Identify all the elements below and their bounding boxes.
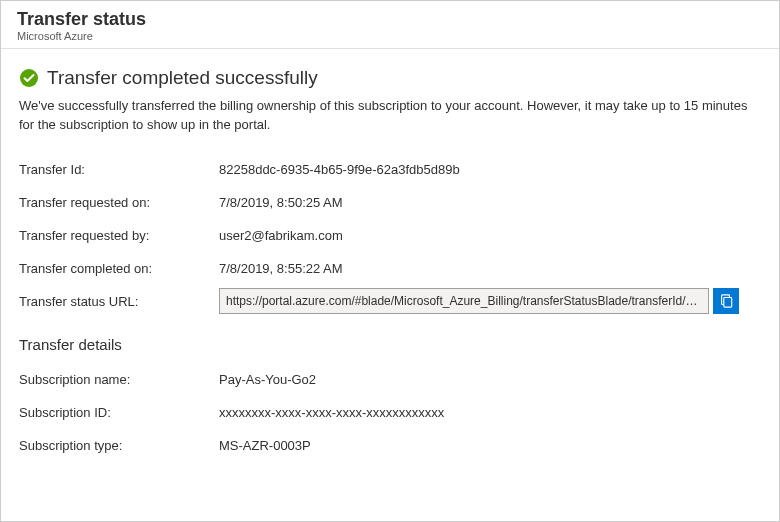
row-subscription-type: Subscription type: MS-AZR-0003P bbox=[19, 429, 761, 462]
blade-header: Transfer status Microsoft Azure bbox=[1, 1, 779, 49]
row-subscription-id: Subscription ID: xxxxxxxx-xxxx-xxxx-xxxx… bbox=[19, 396, 761, 429]
value-subscription-type: MS-AZR-0003P bbox=[219, 438, 761, 453]
label-subscription-name: Subscription name: bbox=[19, 372, 219, 387]
value-requested-on: 7/8/2019, 8:50:25 AM bbox=[219, 195, 761, 210]
row-status-url: Transfer status URL: https://portal.azur… bbox=[19, 285, 761, 318]
svg-rect-2 bbox=[724, 298, 732, 308]
success-check-icon bbox=[19, 68, 39, 88]
label-requested-on: Transfer requested on: bbox=[19, 195, 219, 210]
label-subscription-type: Subscription type: bbox=[19, 438, 219, 453]
status-url-field[interactable]: https://portal.azure.com/#blade/Microsof… bbox=[219, 288, 709, 314]
label-completed-on: Transfer completed on: bbox=[19, 261, 219, 276]
value-subscription-name: Pay-As-You-Go2 bbox=[219, 372, 761, 387]
copy-url-button[interactable] bbox=[713, 288, 739, 314]
page-title: Transfer status bbox=[17, 9, 763, 30]
copy-icon bbox=[719, 294, 733, 308]
url-container: https://portal.azure.com/#blade/Microsof… bbox=[219, 288, 739, 314]
label-subscription-id: Subscription ID: bbox=[19, 405, 219, 420]
row-requested-on: Transfer requested on: 7/8/2019, 8:50:25… bbox=[19, 186, 761, 219]
row-subscription-name: Subscription name: Pay-As-You-Go2 bbox=[19, 363, 761, 396]
page-subtitle: Microsoft Azure bbox=[17, 30, 763, 42]
content-area: Transfer completed successfully We've su… bbox=[1, 49, 779, 462]
value-subscription-id: xxxxxxxx-xxxx-xxxx-xxxx-xxxxxxxxxxxx bbox=[219, 405, 761, 420]
value-requested-by: user2@fabrikam.com bbox=[219, 228, 761, 243]
status-heading-row: Transfer completed successfully bbox=[19, 67, 761, 89]
row-completed-on: Transfer completed on: 7/8/2019, 8:55:22… bbox=[19, 252, 761, 285]
row-transfer-id: Transfer Id: 82258ddc-6935-4b65-9f9e-62a… bbox=[19, 153, 761, 186]
value-transfer-id: 82258ddc-6935-4b65-9f9e-62a3fdb5d89b bbox=[219, 162, 761, 177]
row-requested-by: Transfer requested by: user2@fabrikam.co… bbox=[19, 219, 761, 252]
status-heading: Transfer completed successfully bbox=[47, 67, 318, 89]
label-status-url: Transfer status URL: bbox=[19, 294, 219, 309]
label-transfer-id: Transfer Id: bbox=[19, 162, 219, 177]
transfer-details-heading: Transfer details bbox=[19, 336, 761, 353]
status-description: We've successfully transferred the billi… bbox=[19, 97, 761, 135]
value-completed-on: 7/8/2019, 8:55:22 AM bbox=[219, 261, 761, 276]
label-requested-by: Transfer requested by: bbox=[19, 228, 219, 243]
svg-point-0 bbox=[20, 69, 38, 87]
